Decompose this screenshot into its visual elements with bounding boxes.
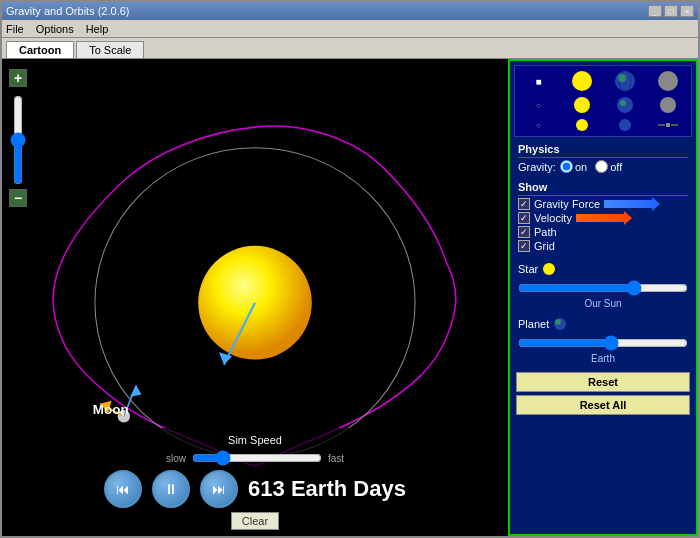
body-option-satellite[interactable] [648, 118, 687, 132]
body-option-sun-small[interactable] [562, 118, 601, 132]
svg-point-19 [620, 100, 626, 106]
slow-label: slow [166, 453, 186, 464]
planet-name: Earth [518, 353, 688, 364]
grid-item: ✓ Grid [518, 240, 688, 252]
gravity-force-arrow [604, 200, 654, 208]
speed-slider[interactable] [192, 450, 322, 466]
zoom-control: + − [8, 69, 28, 207]
menu-help[interactable]: Help [86, 23, 109, 35]
maximize-button[interactable]: □ [664, 5, 678, 17]
body-selector: ■ ○ [514, 65, 692, 137]
speed-row: Sim Speed [12, 434, 498, 446]
clear-row: Clear [231, 512, 279, 530]
path-label: Path [534, 226, 557, 238]
gravity-off-radio[interactable] [595, 160, 608, 173]
star-control: Star Our Sun [514, 260, 692, 311]
svg-point-15 [618, 74, 626, 82]
planet-row: Planet [518, 317, 688, 331]
show-section: Show ✓ Gravity Force ✓ Velocity ✓ Path ✓ [514, 179, 692, 256]
sim-speed-label: Sim Speed [228, 434, 282, 446]
gravity-on-radio[interactable] [560, 160, 573, 173]
body-option-sun-med[interactable] [562, 96, 601, 114]
svg-point-28 [555, 319, 561, 325]
planet-icon [553, 317, 567, 331]
tab-to-scale[interactable]: To Scale [76, 41, 144, 58]
gravity-off-option[interactable]: off [595, 160, 622, 173]
gravity-force-item: ✓ Gravity Force [518, 198, 688, 210]
body-option-moon-med[interactable] [648, 96, 687, 114]
grid-checkbox[interactable]: ✓ [518, 240, 530, 252]
physics-header: Physics [518, 143, 688, 158]
simulation-area: Moon + − Sim Speed slow fast [2, 59, 508, 536]
body-option-moon-large[interactable] [648, 70, 687, 92]
reset-button[interactable]: Reset [516, 372, 690, 392]
forward-button[interactable]: ⏭ [200, 470, 238, 508]
title-bar-buttons: _ □ × [648, 5, 694, 17]
body-option-earth-med[interactable] [605, 96, 644, 114]
svg-point-21 [576, 119, 588, 131]
grid-label: Grid [534, 240, 555, 252]
rewind-button[interactable]: ⏮ [104, 470, 142, 508]
svg-rect-25 [671, 124, 678, 126]
planet-size-slider[interactable] [518, 335, 688, 351]
day-count: 613 Earth Days [248, 476, 406, 502]
body-option-3[interactable]: ○ [519, 121, 558, 130]
svg-point-17 [574, 97, 590, 113]
velocity-label: Velocity [534, 212, 572, 224]
star-icon [542, 262, 556, 276]
close-button[interactable]: × [680, 5, 694, 17]
star-label: Star [518, 263, 538, 275]
zoom-in-button[interactable]: + [9, 69, 27, 87]
svg-rect-24 [658, 124, 665, 126]
svg-point-26 [543, 263, 555, 275]
velocity-arrow [576, 214, 626, 222]
right-panel: ■ ○ [508, 59, 698, 536]
gravity-off-label: off [610, 161, 622, 173]
gravity-on-label: on [575, 161, 587, 173]
svg-point-20 [660, 97, 676, 113]
gravity-radio-group: on off [560, 160, 622, 173]
pause-icon: ⏸ [164, 481, 178, 497]
window-title: Gravity and Orbits (2.0.6) [6, 5, 130, 17]
minimize-button[interactable]: _ [648, 5, 662, 17]
body-option-earth-large[interactable] [605, 70, 644, 92]
forward-icon: ⏭ [212, 481, 226, 497]
gravity-force-checkbox[interactable]: ✓ [518, 198, 530, 210]
gravity-row: Gravity: on off [518, 160, 688, 173]
svg-point-12 [572, 71, 592, 91]
path-item: ✓ Path [518, 226, 688, 238]
tab-bar: Cartoon To Scale [2, 38, 698, 59]
velocity-checkbox[interactable]: ✓ [518, 212, 530, 224]
fast-label: fast [328, 453, 344, 464]
physics-section: Physics Gravity: on off [514, 141, 692, 175]
zoom-out-button[interactable]: − [9, 189, 27, 207]
tab-cartoon[interactable]: Cartoon [6, 41, 74, 58]
body-option-1[interactable]: ■ [519, 76, 558, 87]
reset-all-button[interactable]: Reset All [516, 395, 690, 415]
svg-point-13 [615, 71, 635, 91]
svg-point-16 [658, 71, 678, 91]
show-header: Show [518, 181, 688, 196]
pause-button[interactable]: ⏸ [152, 470, 190, 508]
body-option-earth-small[interactable] [605, 118, 644, 132]
speed-slider-row: slow fast [12, 450, 498, 466]
path-checkbox[interactable]: ✓ [518, 226, 530, 238]
gravity-force-label: Gravity Force [534, 198, 600, 210]
zoom-slider[interactable] [8, 95, 28, 185]
playback-row: ⏮ ⏸ ⏭ 613 Earth Days [104, 470, 406, 508]
gravity-label: Gravity: [518, 161, 556, 173]
planet-label: Planet [518, 318, 549, 330]
menu-bar: File Options Help [2, 20, 698, 38]
app-window: Gravity and Orbits (2.0.6) _ □ × File Op… [0, 0, 700, 538]
body-option-2[interactable]: ○ [519, 101, 558, 110]
content-area: Moon + − Sim Speed slow fast [2, 59, 698, 536]
clear-button[interactable]: Clear [231, 512, 279, 530]
menu-options[interactable]: Options [36, 23, 74, 35]
svg-point-22 [619, 119, 631, 131]
gravity-on-option[interactable]: on [560, 160, 587, 173]
body-option-sun-large[interactable] [562, 70, 601, 92]
star-size-slider[interactable] [518, 280, 688, 296]
reset-section: Reset Reset All [514, 370, 692, 417]
star-name: Our Sun [518, 298, 688, 309]
menu-file[interactable]: File [6, 23, 24, 35]
